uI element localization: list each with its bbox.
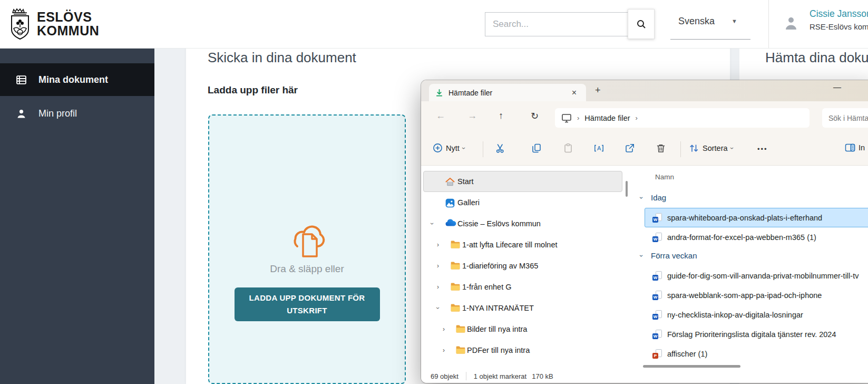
explorer-titlebar[interactable]: Hämtade filer × + — bbox=[421, 80, 868, 101]
sidebar-item-label: Mina dokument bbox=[38, 74, 108, 85]
download-icon bbox=[435, 89, 443, 97]
address-bar[interactable]: › Hämtade filer › bbox=[555, 108, 810, 128]
sidebar-item-mina-dokument[interactable]: Mina dokument bbox=[0, 63, 154, 96]
chevron-icon[interactable]: › bbox=[443, 347, 445, 354]
new-button[interactable]: Nytt › bbox=[433, 143, 465, 153]
powerpoint-file-icon: P bbox=[652, 349, 662, 359]
minimize-button[interactable]: — bbox=[833, 82, 841, 91]
tree-item-label: PDFer till nya intra bbox=[467, 346, 530, 354]
word-file-icon: W bbox=[652, 271, 662, 281]
details-pane-button[interactable]: In bbox=[845, 143, 868, 152]
address-crumb[interactable]: Hämtade filer bbox=[584, 114, 630, 122]
chevron-icon[interactable]: › bbox=[437, 241, 439, 248]
download-card-title: Hämta dina dokument bbox=[765, 50, 868, 66]
tree-item-label: 1-diarieföring av M365 bbox=[462, 262, 538, 270]
chevron-down-icon[interactable]: ▼ bbox=[732, 18, 737, 24]
new-tab-button[interactable]: + bbox=[595, 85, 601, 96]
file-row[interactable]: W Förslag Prioriteringslista digitala tj… bbox=[645, 324, 868, 344]
tree-item[interactable]: › 1-NYA INTRANÄTET bbox=[423, 297, 622, 319]
explorer-navbar: ← → ↑ ↻ › Hämtade filer › Sök i Hämtade … bbox=[421, 101, 868, 133]
tree-item-label: Galleri bbox=[457, 198, 480, 207]
folder-tree: › Start › Galleri › Cissie – Eslövs komm… bbox=[423, 171, 622, 361]
details-pane-icon bbox=[845, 143, 855, 152]
home-icon bbox=[445, 177, 455, 187]
explorer-search-box[interactable]: Sök i Hämtade filer bbox=[822, 108, 868, 128]
eslov-crest-icon bbox=[8, 7, 32, 40]
file-row[interactable]: W spara-webblank-som-app-pa-ipad-och-iph… bbox=[645, 285, 868, 305]
delete-button[interactable] bbox=[656, 143, 666, 153]
more-options-button[interactable]: ••• bbox=[757, 145, 768, 153]
sidebar: Mina dokument Min profil bbox=[0, 49, 154, 384]
up-icon[interactable]: ↑ bbox=[499, 110, 503, 121]
file-row[interactable]: W ny-checklista-inkop-av-digitala-losnin… bbox=[645, 305, 868, 324]
cut-button[interactable] bbox=[495, 143, 506, 153]
language-selector[interactable]: Svenska bbox=[678, 16, 715, 27]
tree-item[interactable]: › 1-att lyfta Lifecare till molnet bbox=[423, 234, 622, 255]
file-name: andra-format-for-excel-pa-webben-m365 (1… bbox=[667, 233, 816, 242]
file-list: › Idag W spara-whiteboard-pa-onskad-plat… bbox=[634, 189, 868, 363]
file-row[interactable]: P affischer (1) bbox=[645, 344, 868, 363]
horizontal-scrollbar[interactable] bbox=[643, 365, 740, 368]
chevron-down-icon[interactable]: › bbox=[638, 255, 645, 257]
copy-button[interactable] bbox=[531, 143, 542, 153]
paste-button[interactable] bbox=[563, 143, 573, 153]
tree-item[interactable]: › Galleri bbox=[423, 192, 622, 213]
file-dropzone[interactable]: Dra & släpp eller LADDA UPP DOKUMENT FÖR… bbox=[208, 114, 406, 384]
trash-icon bbox=[656, 143, 666, 153]
site-search-button[interactable] bbox=[628, 9, 655, 39]
explorer-body: › Start › Galleri › Cissie – Eslövs komm… bbox=[421, 166, 868, 365]
chevron-icon[interactable]: › bbox=[437, 262, 439, 270]
sort-button[interactable]: Sortera › bbox=[689, 143, 733, 153]
gallery-icon bbox=[445, 198, 455, 208]
refresh-icon[interactable]: ↻ bbox=[531, 110, 539, 122]
back-icon[interactable]: ← bbox=[436, 110, 445, 121]
brand-name: ESLÖVS KOMMUN bbox=[37, 10, 99, 37]
folder-icon bbox=[450, 240, 461, 251]
tree-item-label: 1-från enhet G bbox=[462, 283, 512, 291]
selected-size: 170 kB bbox=[532, 372, 553, 380]
upload-button[interactable]: LADDA UPP DOKUMENT FÖR UTSKRIFT bbox=[235, 287, 380, 321]
folder-icon bbox=[450, 303, 461, 314]
chevron-right-icon[interactable]: › bbox=[636, 114, 638, 122]
user-avatar-icon bbox=[784, 16, 798, 32]
chevron-icon[interactable]: › bbox=[443, 325, 445, 333]
file-group-header[interactable]: › Förra veckan bbox=[634, 247, 868, 266]
explorer-tab[interactable]: Hämtade filer × bbox=[429, 84, 586, 101]
file-row[interactable]: W andra-format-for-excel-pa-webben-m365 … bbox=[645, 227, 868, 247]
selected-count: 1 objekt markerat bbox=[474, 372, 526, 380]
tree-item[interactable]: › Start bbox=[423, 171, 622, 192]
upload-cloud-icon bbox=[284, 220, 330, 258]
tree-item[interactable]: › Bilder till nya intra bbox=[423, 319, 622, 340]
file-group-label: Förra veckan bbox=[651, 251, 697, 260]
tree-item[interactable]: › Cissie – Eslövs kommun bbox=[423, 213, 622, 234]
column-header-name[interactable]: Namn bbox=[655, 173, 674, 181]
rename-button[interactable]: A bbox=[593, 143, 604, 153]
chevron-icon[interactable]: › bbox=[434, 307, 442, 309]
file-group-header[interactable]: › Idag bbox=[634, 189, 868, 208]
chevron-icon[interactable]: › bbox=[437, 283, 439, 291]
chevron-down-icon[interactable]: › bbox=[638, 197, 645, 199]
person-icon bbox=[16, 108, 27, 119]
this-pc-icon bbox=[561, 113, 572, 123]
tree-item[interactable]: › 1-diarieföring av M365 bbox=[423, 255, 622, 276]
onedrive-icon bbox=[445, 219, 455, 229]
file-row[interactable]: W guide-for-dig-som-vill-anvanda-privat-… bbox=[645, 266, 868, 285]
rename-icon: A bbox=[593, 143, 604, 153]
site-search-input[interactable] bbox=[485, 12, 628, 36]
close-icon[interactable]: × bbox=[569, 88, 580, 98]
forward-icon[interactable]: → bbox=[467, 110, 477, 121]
search-icon bbox=[636, 19, 647, 30]
sidebar-item-min-profil[interactable]: Min profil bbox=[0, 97, 154, 130]
share-button[interactable] bbox=[625, 143, 635, 153]
user-name[interactable]: Cissie Jansson bbox=[810, 8, 868, 20]
chevron-icon[interactable]: › bbox=[428, 223, 436, 225]
user-organization: RSE-Eslövs kommun bbox=[810, 22, 868, 31]
tree-item-label: Cissie – Eslövs kommun bbox=[457, 219, 541, 228]
sidebar-item-label: Min profil bbox=[38, 108, 77, 119]
tree-item[interactable]: › 1-från enhet G bbox=[423, 276, 622, 297]
tree-scrollbar[interactable] bbox=[626, 181, 628, 197]
file-name: spara-webblank-som-app-pa-ipad-och-iphon… bbox=[667, 291, 822, 300]
file-row[interactable]: W spara-whiteboard-pa-onskad-plats-i-eft… bbox=[645, 208, 868, 227]
explorer-toolbar: Nytt › A Sortera › ••• bbox=[421, 133, 868, 166]
tree-item[interactable]: › PDFer till nya intra bbox=[423, 340, 622, 361]
